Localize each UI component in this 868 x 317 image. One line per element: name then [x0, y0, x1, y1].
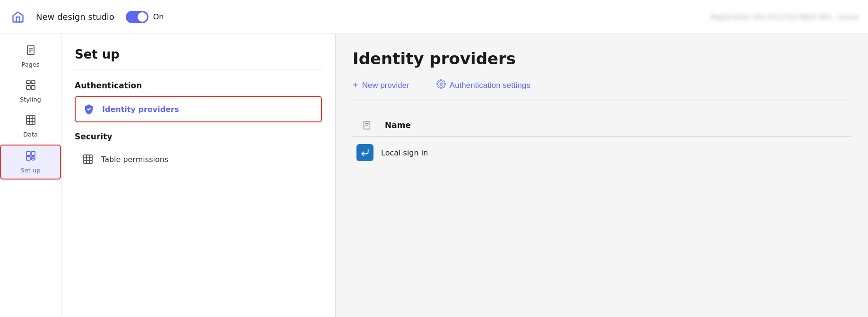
menu-item-table-permissions[interactable]: Table permissions — [75, 147, 322, 171]
toggle-container: On — [126, 11, 164, 23]
actions-divider — [423, 80, 423, 91]
svg-rect-5 — [31, 81, 35, 84]
pages-icon — [25, 44, 36, 58]
auth-settings-label: Authentication settings — [450, 81, 530, 90]
new-provider-button[interactable]: + New provider — [353, 80, 409, 91]
new-provider-label: New provider — [362, 81, 409, 90]
content-title: Identity providers — [353, 49, 851, 68]
svg-rect-6 — [26, 86, 30, 89]
svg-rect-13 — [26, 152, 30, 155]
identity-providers-icon — [82, 103, 95, 116]
providers-table: Name Local sign in — [353, 114, 851, 169]
sidebar: Pages Styling — [0, 34, 61, 317]
setup-panel: Set up Authentication Identity providers… — [61, 34, 336, 317]
svg-rect-4 — [26, 81, 30, 84]
toggle-label: On — [153, 12, 164, 21]
local-signin-icon — [356, 144, 373, 161]
gear-icon — [436, 79, 446, 91]
table-row[interactable]: Local sign in — [353, 137, 851, 169]
svg-rect-8 — [26, 116, 35, 124]
app-title: New design studio — [36, 12, 114, 22]
data-label: Data — [23, 131, 38, 138]
setup-icon — [25, 150, 36, 164]
sidebar-item-data[interactable]: Data — [0, 110, 61, 143]
sidebar-item-setup[interactable]: Set up — [0, 145, 61, 180]
content-actions: + New provider Authentication settings — [353, 79, 851, 101]
table-header: Name — [353, 114, 851, 137]
table-permissions-icon — [81, 153, 95, 166]
sidebar-item-pages[interactable]: Pages — [0, 40, 61, 73]
styling-label: Styling — [20, 96, 41, 103]
topbar: New design studio On Registration Site 0… — [0, 0, 868, 34]
menu-item-identity-providers[interactable]: Identity providers — [75, 96, 322, 122]
main-layout: Pages Styling — [0, 34, 868, 317]
auth-settings-button[interactable]: Authentication settings — [436, 79, 530, 91]
data-icon — [25, 114, 36, 128]
setup-panel-title: Set up — [75, 47, 322, 69]
column-name-header: Name — [385, 120, 411, 130]
new-design-toggle[interactable] — [126, 11, 148, 23]
security-section-title: Security — [75, 132, 322, 141]
svg-rect-14 — [31, 152, 35, 155]
svg-rect-15 — [26, 156, 30, 160]
table-permissions-label: Table permissions — [101, 155, 168, 164]
sidebar-item-styling[interactable]: Styling — [0, 75, 61, 108]
setup-label: Set up — [21, 167, 41, 174]
authentication-section-title: Authentication — [75, 81, 322, 90]
styling-icon — [25, 79, 36, 93]
home-icon[interactable] — [9, 9, 26, 26]
plus-icon: + — [353, 80, 358, 91]
saved-status: Registration Site 0412733-0804 NSS - Sav… — [711, 13, 859, 21]
pages-label: Pages — [21, 61, 39, 68]
identity-providers-label: Identity providers — [102, 105, 179, 114]
local-signin-name: Local sign in — [381, 148, 428, 157]
content-area: Identity providers + New provider Authen… — [336, 34, 868, 317]
svg-point-24 — [440, 83, 442, 86]
svg-rect-19 — [84, 155, 92, 163]
svg-rect-7 — [31, 86, 35, 89]
header-icon-col — [356, 120, 377, 130]
